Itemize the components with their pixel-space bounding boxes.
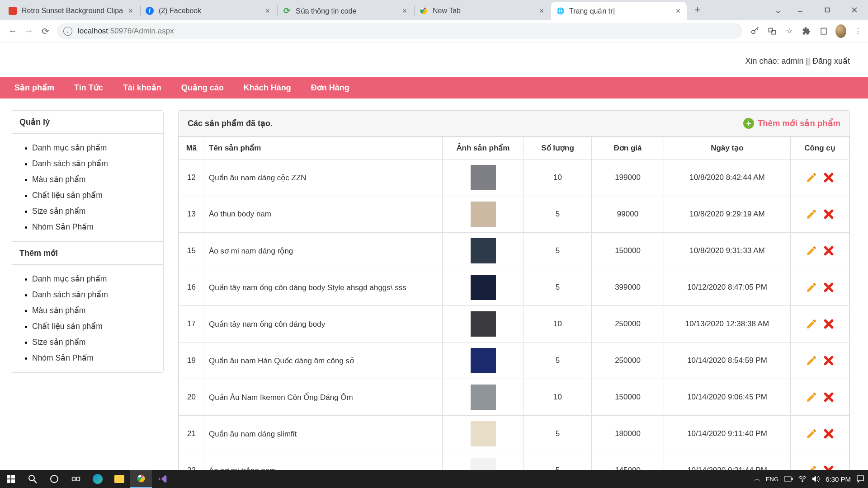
delete-x-icon[interactable] xyxy=(823,428,835,440)
taskbar-app-edge[interactable] xyxy=(87,470,108,488)
translate-icon[interactable] xyxy=(767,26,778,37)
chrome-menu-icon[interactable]: ⋮ xyxy=(853,26,863,37)
edit-pencil-icon[interactable] xyxy=(806,318,817,330)
sidebar-add-link[interactable]: Chất liệu sản phẩm xyxy=(32,322,103,331)
nav-item[interactable]: Tin Tức xyxy=(74,83,103,93)
edit-pencil-icon[interactable] xyxy=(806,391,817,403)
taskbar-search-icon[interactable] xyxy=(22,470,43,488)
sidebar-manage-link[interactable]: Màu sản phẩm xyxy=(32,175,85,184)
tab-close-icon[interactable]: × xyxy=(264,7,272,15)
nav-back-button[interactable]: ← xyxy=(5,23,21,39)
browser-tab[interactable]: 🌐Trang quản trị× xyxy=(551,2,687,20)
edit-pencil-icon[interactable] xyxy=(806,172,817,183)
sidebar-add-link[interactable]: Size sản phẩm xyxy=(32,338,85,347)
taskbar-clock[interactable]: 6:30 PM xyxy=(826,475,851,483)
sidebar-manage-link[interactable]: Danh sách sản phẩm xyxy=(32,159,108,168)
edit-pencil-icon[interactable] xyxy=(806,208,817,220)
taskbar-app-chrome[interactable] xyxy=(130,470,152,488)
window-minimize-button[interactable] xyxy=(787,0,814,20)
nav-reload-button[interactable]: ⟳ xyxy=(37,23,53,39)
cell-image xyxy=(443,379,524,416)
tab-close-icon[interactable]: × xyxy=(127,7,135,15)
browser-tab[interactable]: New Tab× xyxy=(415,2,550,20)
nav-item[interactable]: Khách Hàng xyxy=(244,83,291,93)
tray-ime-icon[interactable]: ENG xyxy=(766,476,778,483)
col-image: Ảnh sản phẩm xyxy=(443,137,524,160)
start-button[interactable] xyxy=(0,470,22,488)
product-thumb xyxy=(471,458,496,470)
logout-link[interactable]: Đăng xuất xyxy=(812,56,850,66)
delete-x-icon[interactable] xyxy=(823,208,835,220)
sidebar-manage-link[interactable]: Nhóm Sản Phẩm xyxy=(32,222,94,231)
tab-close-icon[interactable]: × xyxy=(538,7,546,15)
product-thumb xyxy=(471,165,496,190)
delete-x-icon[interactable] xyxy=(823,172,835,183)
delete-x-icon[interactable] xyxy=(823,282,835,293)
sidebar-add-link[interactable]: Danh sách sản phẩm xyxy=(32,290,108,299)
tray-battery-icon[interactable] xyxy=(784,476,793,482)
bookmark-star-icon[interactable]: ☆ xyxy=(784,26,795,37)
delete-x-icon[interactable] xyxy=(823,355,835,366)
cell-tools xyxy=(791,379,849,416)
cell-price: 150000 xyxy=(592,379,664,416)
edit-pencil-icon[interactable] xyxy=(806,465,817,470)
delete-x-icon[interactable] xyxy=(823,391,835,403)
cell-qty: 5 xyxy=(524,196,592,233)
sidebar-item: Danh sách sản phẩm xyxy=(32,156,156,172)
cortana-circle-icon[interactable] xyxy=(43,470,65,488)
edit-pencil-icon[interactable] xyxy=(806,355,817,366)
delete-x-icon[interactable] xyxy=(823,245,835,257)
password-key-icon[interactable] xyxy=(750,26,760,37)
address-bar[interactable]: i localhost:50976/Admin.aspx xyxy=(57,23,742,39)
tray-volume-icon[interactable] xyxy=(812,475,820,483)
browser-tab[interactable]: f(2) Facebook× xyxy=(141,2,276,20)
sidebar-add-link[interactable]: Danh mục sản phẩm xyxy=(32,274,107,283)
cell-price: 180000 xyxy=(592,416,664,452)
sidebar-item: Size sản phẩm xyxy=(32,203,156,219)
extensions-puzzle-icon[interactable] xyxy=(801,26,812,37)
nav-item[interactable]: Sản phẩm xyxy=(14,83,54,93)
edit-pencil-icon[interactable] xyxy=(806,282,817,293)
sidebar-item: Nhóm Sản Phẩm xyxy=(32,219,156,235)
window-maximize-button[interactable] xyxy=(814,0,841,20)
products-table: Mã Tên sản phẩm Ảnh sản phẩm Số lượng Đơ… xyxy=(179,136,849,470)
tab-close-icon[interactable]: × xyxy=(674,7,682,15)
edit-pencil-icon[interactable] xyxy=(806,245,817,257)
nav-item[interactable]: Đơn Hàng xyxy=(311,83,349,93)
add-product-button[interactable]: + Thêm mới sản phẩm xyxy=(743,118,840,129)
task-view-icon[interactable] xyxy=(65,470,87,488)
taskbar-app-explorer[interactable] xyxy=(108,470,130,488)
tab-close-icon[interactable]: × xyxy=(401,7,409,15)
sidebar-manage-link[interactable]: Chất liệu sản phẩm xyxy=(32,191,103,200)
sidebar-manage-link[interactable]: Danh mục sản phẩm xyxy=(32,143,107,152)
sidebar-add-link[interactable]: Nhóm Sản Phẩm xyxy=(32,353,94,362)
cell-name: Áo thun body nam xyxy=(204,196,443,233)
tab-title: Retro Sunset Background Clipa xyxy=(22,7,127,15)
tray-chevron-up-icon[interactable]: ︿ xyxy=(754,475,760,483)
svg-point-16 xyxy=(51,475,58,483)
svg-rect-22 xyxy=(792,478,793,480)
new-tab-button[interactable]: + xyxy=(690,3,705,17)
cell-image xyxy=(443,160,524,196)
action-center-icon[interactable] xyxy=(856,475,864,483)
sidebar-manage-link[interactable]: Size sản phẩm xyxy=(32,206,85,216)
tabs-chevron-icon[interactable]: ⌄ xyxy=(774,5,782,15)
tab-title: (2) Facebook xyxy=(159,7,264,15)
window-close-button[interactable] xyxy=(841,0,868,20)
edit-pencil-icon[interactable] xyxy=(806,428,817,440)
profile-avatar[interactable] xyxy=(835,26,846,37)
tray-wifi-icon[interactable] xyxy=(798,476,807,482)
nav-forward-button[interactable]: → xyxy=(21,23,37,39)
browser-tab[interactable]: Retro Sunset Background Clipa× xyxy=(4,2,139,20)
nav-item[interactable]: Tài khoản xyxy=(123,83,161,93)
delete-x-icon[interactable] xyxy=(823,318,835,330)
sidebar-add-link[interactable]: Màu sản phẩm xyxy=(32,306,85,315)
site-info-icon[interactable]: i xyxy=(63,27,72,36)
cell-id: 16 xyxy=(179,269,204,306)
taskbar-app-vs[interactable] xyxy=(152,470,174,488)
reading-list-icon[interactable] xyxy=(818,26,829,37)
nav-item[interactable]: Quảng cáo xyxy=(181,83,224,93)
delete-x-icon[interactable] xyxy=(823,465,835,470)
browser-tab[interactable]: ⟳Sửa thông tin code× xyxy=(278,2,413,20)
tab-title: New Tab xyxy=(433,7,538,15)
